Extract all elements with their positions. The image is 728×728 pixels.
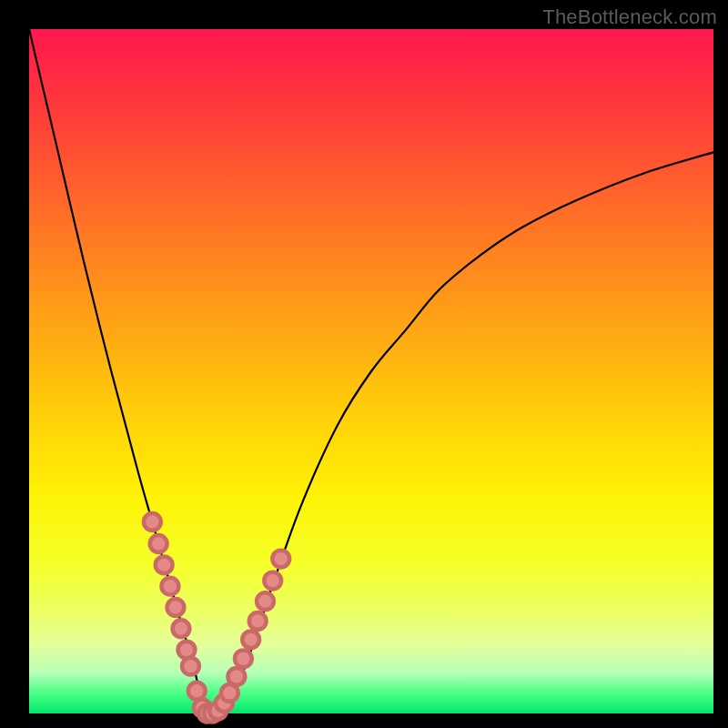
highlight-dot [167, 599, 185, 616]
highlight-dot [257, 592, 274, 610]
highlight-dot [228, 668, 245, 685]
highlight-dot [235, 650, 252, 667]
highlight-dot [188, 682, 206, 700]
highlight-dot [162, 578, 179, 595]
highlight-dot [150, 535, 167, 552]
watermark-text: TheBottleneck.com [542, 5, 717, 29]
highlight-dots-group [144, 513, 289, 722]
highlight-dot [249, 612, 267, 630]
highlight-dot [156, 556, 173, 573]
bottleneck-curve-path [29, 29, 713, 714]
highlight-dot [264, 572, 281, 590]
highlight-dot [272, 551, 289, 568]
highlight-dot [182, 658, 199, 675]
highlight-dot [242, 631, 259, 648]
highlight-dot [173, 620, 190, 637]
plot-area [29, 29, 713, 713]
highlight-dot [144, 513, 161, 531]
chart-frame: TheBottleneck.com [0, 0, 728, 728]
bottleneck-curve-svg [29, 29, 713, 713]
